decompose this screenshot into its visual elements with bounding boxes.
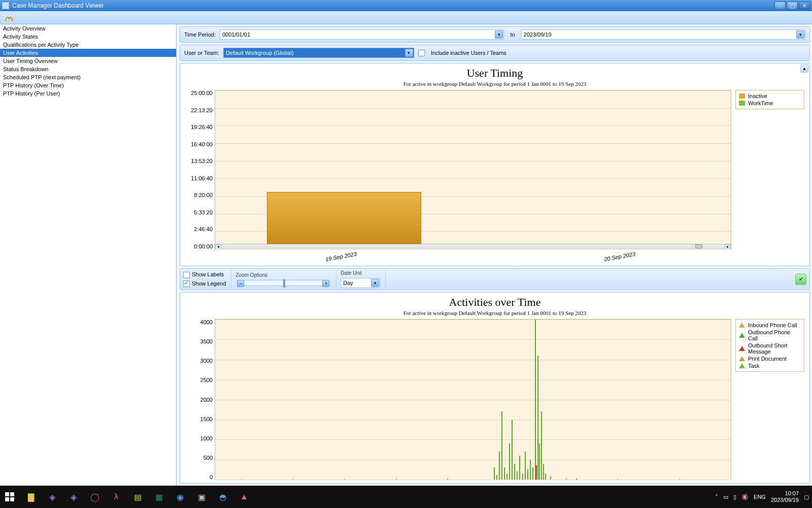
chart2-spike xyxy=(504,467,505,480)
visual-studio-icon[interactable]: ◈ xyxy=(46,490,59,503)
svg-rect-1 xyxy=(10,492,14,496)
y-tick: 19:26:40 xyxy=(191,124,213,130)
window-titlebar: Case Manager Dashboard Viewer – ▢ ✕ xyxy=(0,0,812,11)
date-unit-combo[interactable]: ▾ xyxy=(341,278,380,288)
chart2-spike xyxy=(532,467,533,480)
sidebar-item[interactable]: Activity Overview xyxy=(0,24,176,33)
start-button-icon[interactable] xyxy=(3,490,16,503)
date-from-dropdown-icon[interactable]: ▾ xyxy=(495,30,503,39)
tray-language[interactable]: ENG xyxy=(754,494,766,500)
chart2-spike xyxy=(679,479,680,480)
zoom-out-button[interactable]: – xyxy=(237,280,244,287)
chart2-spike xyxy=(550,477,551,480)
chart2-spike xyxy=(494,467,495,480)
chart2-plot-area[interactable] xyxy=(215,319,731,480)
chart1-scroll-up-button[interactable]: ▲ xyxy=(800,65,808,73)
file-explorer-icon[interactable]: ▇ xyxy=(24,490,38,503)
apply-button[interactable]: ✔ xyxy=(795,274,806,285)
date-to-input[interactable] xyxy=(521,29,805,40)
y-tick: 16:40:00 xyxy=(191,141,213,147)
chart2-spike xyxy=(537,356,538,480)
user-team-dropdown-icon[interactable]: ▾ xyxy=(405,49,413,57)
edge-icon[interactable]: ◉ xyxy=(174,490,187,503)
zoom-slider-thumb[interactable] xyxy=(283,279,285,288)
terminal-icon[interactable]: ▣ xyxy=(195,490,208,503)
chart2-spike xyxy=(519,456,520,480)
sidebar-item[interactable]: Activity States xyxy=(0,33,176,41)
chart1-legend: InactiveWorkTime xyxy=(735,90,804,249)
include-inactive-label: Include inactive Users / Teams xyxy=(431,50,506,56)
excel-icon[interactable]: ▦ xyxy=(152,490,165,503)
show-labels-checkbox[interactable] xyxy=(183,272,190,278)
app-toolbar xyxy=(0,11,812,24)
svg-rect-0 xyxy=(5,492,9,496)
tray-date[interactable]: 2023/09/19 xyxy=(771,497,799,503)
zoom-in-button[interactable]: + xyxy=(322,280,329,287)
filter-time-period-bar: Time Period: ▾ to ▾ xyxy=(180,26,810,43)
chart2-spike xyxy=(509,443,510,480)
tray-time[interactable]: 10:07 xyxy=(771,490,799,497)
y-tick: 11:06:40 xyxy=(191,175,213,181)
chart2-spike xyxy=(617,479,618,480)
minimize-button[interactable]: – xyxy=(774,2,786,10)
y-tick: 22:13:20 xyxy=(191,107,213,113)
activities-chart-pane: Activities over Time For active in workg… xyxy=(180,292,810,484)
lambda-icon[interactable]: λ xyxy=(110,490,123,503)
chart1-scroll-thumb[interactable] xyxy=(695,244,702,248)
sidebar-item[interactable]: User Activities xyxy=(0,49,176,57)
sidebar-item[interactable]: PTP History (Per User) xyxy=(0,89,176,98)
legend-item: Inbound Phone Call xyxy=(739,322,801,329)
notepadpp-icon[interactable]: ▤ xyxy=(131,490,144,503)
tray-notifications-icon[interactable]: ▢ xyxy=(804,494,809,500)
user-team-input[interactable] xyxy=(223,48,414,58)
date-to-dropdown-icon[interactable]: ▾ xyxy=(796,30,804,39)
close-button[interactable]: ✕ xyxy=(799,2,810,10)
chart2-spike xyxy=(539,443,540,480)
chart2-spike xyxy=(447,479,448,480)
show-legend-label: Show Legend xyxy=(192,280,226,287)
system-tray[interactable]: ˄ ▭ ▯ 🔇 ENG 10:07 2023/09/19 ▢ xyxy=(715,490,809,503)
chart2-spike xyxy=(525,452,526,480)
tray-chevron-icon[interactable]: ˄ xyxy=(715,494,718,500)
sidebar-item[interactable]: Qualifications per Activity Type xyxy=(0,41,176,49)
chart2-spike xyxy=(541,411,542,480)
chart1-h-scrollbar[interactable]: ◂ ▸ xyxy=(215,244,731,249)
legend-item: Print Document xyxy=(739,355,801,362)
zoom-slider[interactable]: – + xyxy=(244,280,323,286)
date-to-combo[interactable]: ▾ xyxy=(521,29,805,40)
date-from-combo[interactable]: ▾ xyxy=(220,29,504,40)
windows-taskbar[interactable]: ▇ ◈ ◈ ◯ λ ▤ ▦ ◉ ▣ ◓ ▲ ˄ ▭ ▯ 🔇 ENG 10:07 … xyxy=(0,486,812,508)
y-tick: 3500 xyxy=(200,338,213,344)
opera-icon[interactable]: ◯ xyxy=(88,490,101,503)
chart2-spike xyxy=(535,320,536,480)
show-labels-label: Show Labels xyxy=(192,271,224,277)
date-from-input[interactable] xyxy=(220,29,504,40)
app-icon-2[interactable]: ▲ xyxy=(238,490,251,503)
visual-studio-icon-2[interactable]: ◈ xyxy=(67,490,80,503)
tray-battery-icon[interactable]: ▯ xyxy=(733,494,736,500)
main-panel: Time Period: ▾ to ▾ User or Team: ▾ Incl… xyxy=(177,24,812,486)
y-tick: 25:00:00 xyxy=(191,90,213,96)
chart1-scroll-left-icon[interactable]: ◂ xyxy=(215,244,221,249)
date-unit-dropdown-icon[interactable]: ▾ xyxy=(371,279,379,287)
y-tick: 5:33:20 xyxy=(194,209,213,215)
sidebar-item[interactable]: PTP History (Over Time) xyxy=(0,81,176,89)
maximize-button[interactable]: ▢ xyxy=(787,2,798,10)
chart1-title: User Timing xyxy=(180,67,809,80)
sidebar-item[interactable]: Status Breakdown xyxy=(0,65,176,73)
user-team-combo[interactable]: ▾ xyxy=(223,48,414,58)
app-icon-1[interactable]: ◓ xyxy=(216,490,229,503)
show-legend-checkbox[interactable] xyxy=(183,280,190,287)
chart2-subtitle: For active in workgroup Default Workgrou… xyxy=(180,310,809,316)
sidebar-item[interactable]: Scheduled PTP (next payment) xyxy=(0,73,176,81)
include-inactive-checkbox[interactable] xyxy=(418,50,425,56)
tray-network-icon[interactable]: ▭ xyxy=(723,494,728,500)
chart1-plot-area[interactable]: ◂ ▸ xyxy=(215,90,731,249)
zoom-options-label: Zoom Options xyxy=(235,272,331,278)
chart1-scroll-right-icon[interactable]: ▸ xyxy=(725,244,731,249)
chart1-x-axis: 19 Sep 202320 Sep 2023 xyxy=(210,252,735,266)
tray-volume-icon[interactable]: 🔇 xyxy=(741,494,749,500)
chart2-spike xyxy=(522,473,523,480)
y-tick: 3000 xyxy=(200,358,213,364)
sidebar-item[interactable]: User Timing Overview xyxy=(0,57,176,65)
